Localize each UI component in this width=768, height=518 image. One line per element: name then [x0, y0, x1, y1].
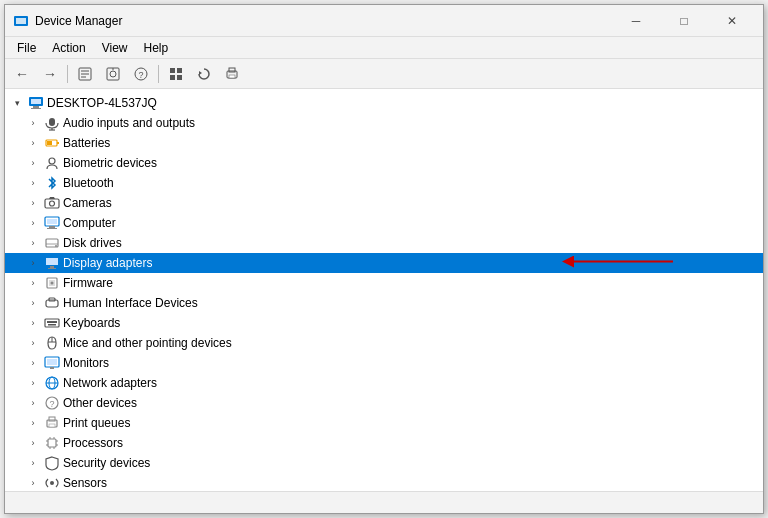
- expand-icon-print[interactable]: ›: [25, 415, 41, 431]
- item-label-cameras: Cameras: [63, 196, 112, 210]
- menu-file[interactable]: File: [9, 39, 44, 57]
- tree-item-keyboards[interactable]: ›Keyboards: [5, 313, 763, 333]
- tree-item-mice[interactable]: ›Mice and other pointing devices: [5, 333, 763, 353]
- toolbar-help[interactable]: ?: [128, 62, 154, 86]
- expand-icon-mice[interactable]: ›: [25, 335, 41, 351]
- expand-icon-biometric[interactable]: ›: [25, 155, 41, 171]
- svg-rect-15: [177, 75, 182, 80]
- svg-point-32: [50, 201, 55, 206]
- app-icon: [13, 13, 29, 29]
- tree-item-computer[interactable]: ›Computer: [5, 213, 763, 233]
- tree-item-other[interactable]: ›?Other devices: [5, 393, 763, 413]
- close-button[interactable]: ✕: [709, 5, 755, 37]
- root-expand-icon[interactable]: ▾: [9, 95, 25, 111]
- help-icon: ?: [134, 67, 148, 81]
- expand-icon-computer[interactable]: ›: [25, 215, 41, 231]
- item-icon-cameras: [44, 195, 60, 211]
- toolbar-forward[interactable]: →: [37, 62, 63, 86]
- tree-item-hid[interactable]: ›Human Interface Devices: [5, 293, 763, 313]
- item-icon-bluetooth: [44, 175, 60, 191]
- menubar: File Action View Help: [5, 37, 763, 59]
- toolbar-update[interactable]: [191, 62, 217, 86]
- expand-icon-bluetooth[interactable]: ›: [25, 175, 41, 191]
- expand-icon-batteries[interactable]: ›: [25, 135, 41, 151]
- svg-rect-21: [31, 99, 41, 104]
- svg-rect-54: [55, 321, 57, 323]
- expand-icon-firmware[interactable]: ›: [25, 275, 41, 291]
- view-icon: [169, 67, 183, 81]
- tree-panel[interactable]: ▾ DESKTOP-4L537JQ ›Audio inputs and: [5, 89, 763, 491]
- tree-item-network[interactable]: ›Network adapters: [5, 373, 763, 393]
- tree-item-print[interactable]: ›Print queues: [5, 413, 763, 433]
- tree-item-proc[interactable]: ›Processors: [5, 433, 763, 453]
- tree-item-monitors[interactable]: ›Monitors: [5, 353, 763, 373]
- expand-icon-proc[interactable]: ›: [25, 435, 41, 451]
- toolbar-scan[interactable]: [100, 62, 126, 86]
- title-bar: Device Manager ─ □ ✕: [5, 5, 763, 37]
- svg-rect-19: [229, 75, 235, 78]
- item-icon-biometric: [44, 155, 60, 171]
- expand-icon-cameras[interactable]: ›: [25, 195, 41, 211]
- tree-item-firmware[interactable]: ›Firmware: [5, 273, 763, 293]
- item-icon-network: [44, 375, 60, 391]
- item-label-security: Security devices: [63, 456, 150, 470]
- tree-root-item[interactable]: ▾ DESKTOP-4L537JQ: [5, 93, 763, 113]
- maximize-button[interactable]: □: [661, 5, 707, 37]
- tree-item-sensors[interactable]: ›Sensors: [5, 473, 763, 491]
- tree-item-audio[interactable]: ›Audio inputs and outputs: [5, 113, 763, 133]
- toolbar-print[interactable]: [219, 62, 245, 86]
- svg-rect-29: [47, 141, 52, 145]
- expand-icon-display[interactable]: ›: [25, 255, 41, 271]
- item-label-batteries: Batteries: [63, 136, 110, 150]
- annotation-arrow: [563, 252, 683, 275]
- svg-rect-36: [47, 228, 57, 229]
- tree-item-cameras[interactable]: ›Cameras: [5, 193, 763, 213]
- expand-icon-diskdrives[interactable]: ›: [25, 235, 41, 251]
- menu-help[interactable]: Help: [136, 39, 177, 57]
- scan-icon: [106, 67, 120, 81]
- menu-action[interactable]: Action: [44, 39, 93, 57]
- expand-icon-audio[interactable]: ›: [25, 115, 41, 131]
- item-icon-security: [44, 455, 60, 471]
- svg-rect-41: [46, 258, 58, 265]
- menu-view[interactable]: View: [94, 39, 136, 57]
- item-icon-keyboards: [44, 315, 60, 331]
- svg-point-8: [110, 71, 116, 77]
- toolbar-view[interactable]: [163, 62, 189, 86]
- tree-item-security[interactable]: ›Security devices: [5, 453, 763, 473]
- svg-rect-42: [50, 266, 54, 268]
- item-label-print: Print queues: [63, 416, 130, 430]
- svg-rect-23: [31, 108, 41, 109]
- expand-icon-hid[interactable]: ›: [25, 295, 41, 311]
- tree-item-bluetooth[interactable]: ›Bluetooth: [5, 173, 763, 193]
- tree-item-batteries[interactable]: ›Batteries: [5, 133, 763, 153]
- item-icon-batteries: [44, 135, 60, 151]
- tree-item-display[interactable]: ›Display adapters: [5, 253, 763, 273]
- toolbar-back[interactable]: ←: [9, 62, 35, 86]
- svg-rect-43: [48, 268, 56, 269]
- toolbar-properties[interactable]: [72, 62, 98, 86]
- expand-icon-other[interactable]: ›: [25, 395, 41, 411]
- item-icon-computer: [44, 215, 60, 231]
- expand-icon-network[interactable]: ›: [25, 375, 41, 391]
- svg-rect-2: [18, 25, 24, 26]
- item-label-mice: Mice and other pointing devices: [63, 336, 232, 350]
- expand-icon-sensors[interactable]: ›: [25, 475, 41, 491]
- svg-rect-13: [177, 68, 182, 73]
- status-bar: [5, 491, 763, 513]
- item-label-audio: Audio inputs and outputs: [63, 116, 195, 130]
- svg-text:?: ?: [138, 70, 143, 80]
- expand-icon-monitors[interactable]: ›: [25, 355, 41, 371]
- tree-item-diskdrives[interactable]: ›Disk drives: [5, 233, 763, 253]
- svg-rect-52: [47, 321, 49, 323]
- svg-rect-35: [49, 226, 55, 228]
- tree-item-biometric[interactable]: ›Biometric devices: [5, 153, 763, 173]
- expand-icon-security[interactable]: ›: [25, 455, 41, 471]
- item-icon-proc: [44, 435, 60, 451]
- expand-icon-keyboards[interactable]: ›: [25, 315, 41, 331]
- svg-rect-53: [51, 321, 53, 323]
- item-label-network: Network adapters: [63, 376, 157, 390]
- item-icon-firmware: [44, 275, 60, 291]
- device-manager-window: Device Manager ─ □ ✕ File Action View He…: [4, 4, 764, 514]
- minimize-button[interactable]: ─: [613, 5, 659, 37]
